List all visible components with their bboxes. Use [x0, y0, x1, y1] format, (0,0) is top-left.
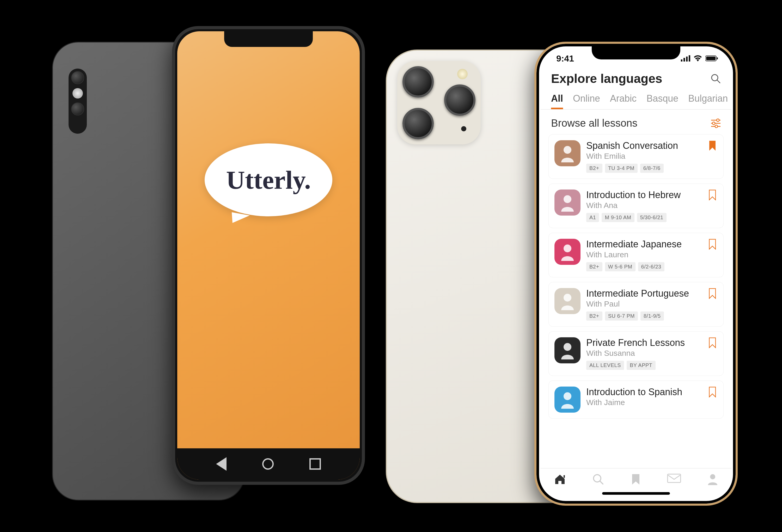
notch — [224, 31, 313, 47]
splash-screen: Utterly. — [177, 31, 360, 480]
bookmark-button[interactable] — [708, 288, 718, 299]
camera-flash-icon — [457, 69, 468, 79]
instructor-avatar — [555, 387, 580, 413]
lesson-instructor: With Lauren — [586, 250, 703, 259]
chip: 8/1-9/5 — [640, 312, 664, 321]
instructor-avatar — [555, 239, 580, 265]
lesson-info: Intermediate JapaneseWith LaurenB2+W 5-6… — [586, 239, 703, 271]
brand-name: Utterly. — [226, 165, 311, 195]
svg-point-16 — [564, 195, 571, 203]
chip: TU 3-4 PM — [605, 164, 638, 173]
lesson-info: Introduction to SpanishWith Jaime — [586, 387, 703, 410]
tab-messages[interactable] — [667, 473, 681, 484]
lesson-chips: ALL LEVELSBY APPT — [586, 361, 703, 370]
instructor-avatar — [555, 337, 580, 363]
notch — [592, 44, 680, 60]
tab-bookmarks[interactable] — [631, 473, 641, 486]
battery-icon — [705, 55, 718, 62]
search-icon — [592, 473, 604, 486]
mail-icon — [667, 473, 681, 484]
svg-rect-1 — [683, 58, 685, 62]
tab-online[interactable]: Online — [573, 93, 600, 109]
android-phone-front: Utterly. — [172, 26, 365, 485]
lesson-chips: B2+TU 3-4 PM6/8-7/6 — [586, 164, 703, 173]
bookmark-button[interactable] — [708, 140, 718, 151]
lesson-info: Spanish ConversationWith EmiliaB2+TU 3-4… — [586, 140, 703, 173]
lesson-chips: A1M 9-10 AM5/30-6/21 — [586, 213, 703, 222]
home-indicator[interactable] — [602, 492, 670, 495]
tab-home[interactable] — [554, 473, 566, 486]
svg-point-18 — [564, 294, 571, 302]
lesson-info: Private French LessonsWith SusannaALL LE… — [586, 337, 703, 370]
chip: W 5-6 PM — [605, 262, 636, 271]
chip: 6/2-6/23 — [638, 262, 665, 271]
lesson-card[interactable]: Spanish ConversationWith EmiliaB2+TU 3-4… — [548, 134, 723, 179]
person-icon — [560, 193, 575, 212]
chip: A1 — [586, 213, 599, 222]
bookmark-button[interactable] — [708, 387, 718, 397]
bookmark-button[interactable] — [708, 337, 718, 348]
lesson-title: Introduction to Spanish — [586, 387, 703, 397]
left-phone-pair: Utterly. — [52, 26, 365, 521]
lesson-title: Spanish Conversation — [586, 140, 703, 151]
camera-sensor-icon — [461, 126, 466, 131]
chip: BY APPT — [627, 361, 655, 370]
sliders-icon — [711, 118, 721, 128]
back-icon[interactable] — [216, 457, 226, 471]
bookmark-icon — [708, 288, 717, 299]
tab-arabic[interactable]: Arabic — [610, 93, 637, 109]
bookmark-icon — [708, 189, 717, 201]
page-title: Explore languages — [551, 71, 662, 86]
language-tabs: AllOnlineArabicBasqueBulgarianC — [541, 86, 732, 109]
svg-point-19 — [564, 343, 571, 351]
tab-profile[interactable] — [707, 473, 718, 486]
tab-basque[interactable]: Basque — [646, 93, 678, 109]
lesson-instructor: With Susanna — [586, 349, 703, 358]
tab-all[interactable]: All — [551, 93, 563, 109]
status-time: 9:41 — [556, 54, 574, 64]
bookmark-button[interactable] — [708, 189, 718, 201]
bookmark-icon — [708, 387, 717, 397]
section-title: Browse all lessons — [551, 117, 637, 129]
brand-speech-bubble: Utterly. — [205, 143, 332, 216]
filter-button[interactable] — [711, 118, 721, 128]
lesson-card[interactable]: Introduction to HebrewWith AnaA1M 9-10 A… — [548, 183, 723, 228]
bottom-tabbar — [541, 468, 732, 499]
svg-line-23 — [600, 481, 603, 484]
camera-lens-icon — [71, 71, 84, 84]
svg-rect-0 — [681, 60, 682, 62]
instructor-avatar — [555, 288, 580, 314]
svg-rect-21 — [564, 475, 565, 478]
lesson-instructor: With Ana — [586, 201, 703, 210]
lesson-title: Private French Lessons — [586, 337, 703, 348]
lessons-list[interactable]: Spanish ConversationWith EmiliaB2+TU 3-4… — [541, 134, 732, 468]
lesson-instructor: With Jaime — [586, 398, 703, 407]
camera-lens-icon — [71, 102, 84, 115]
tab-bulgarian[interactable]: Bulgarian — [688, 93, 728, 109]
svg-point-10 — [717, 119, 719, 121]
chip: B2+ — [586, 312, 602, 321]
svg-rect-6 — [717, 57, 718, 60]
bookmark-icon — [631, 473, 641, 486]
recents-icon[interactable] — [310, 458, 321, 470]
svg-point-15 — [564, 146, 571, 154]
lesson-card[interactable]: Intermediate PortugueseWith PaulB2+SU 6-… — [548, 282, 723, 327]
lesson-chips: B2+SU 6-7 PM8/1-9/5 — [586, 312, 703, 321]
lesson-card[interactable]: Intermediate JapaneseWith LaurenB2+W 5-6… — [548, 233, 723, 277]
person-icon — [560, 292, 575, 310]
home-icon[interactable] — [262, 458, 274, 470]
iphone-front: 9:41 Explore languages — [534, 42, 738, 506]
lesson-card[interactable]: Introduction to SpanishWith Jaime — [548, 381, 723, 419]
lesson-card[interactable]: Private French LessonsWith SusannaALL LE… — [548, 331, 723, 376]
bookmark-icon — [708, 337, 717, 348]
bookmark-button[interactable] — [708, 239, 718, 250]
svg-line-8 — [717, 80, 720, 83]
tab-search[interactable] — [592, 473, 604, 486]
search-button[interactable] — [711, 73, 721, 84]
lesson-title: Intermediate Japanese — [586, 239, 703, 250]
camera-lens-icon — [402, 66, 434, 98]
search-icon — [711, 73, 721, 84]
lesson-chips: B2+W 5-6 PM6/2-6/23 — [586, 262, 703, 271]
chip: B2+ — [586, 262, 602, 271]
chip: 6/8-7/6 — [640, 164, 664, 173]
